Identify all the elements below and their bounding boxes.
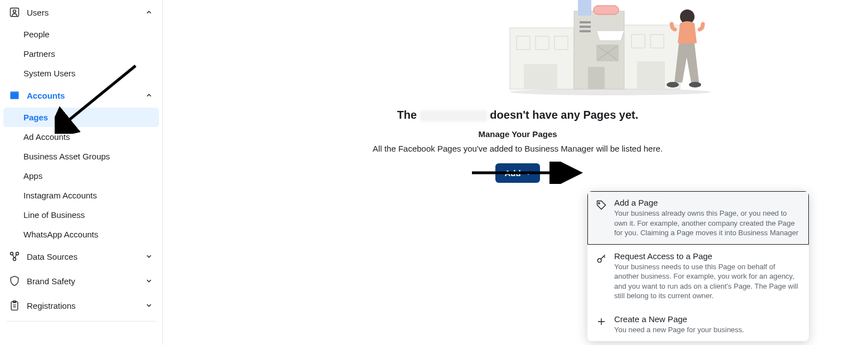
dropdown-item-add-page[interactable]: Add a Page Your business already owns th… bbox=[587, 191, 809, 245]
sidebar-item-apps[interactable]: Apps bbox=[0, 166, 162, 186]
svg-rect-18 bbox=[580, 21, 591, 23]
nav-label: Data Sources bbox=[27, 252, 143, 261]
nav-label: Brand Safety bbox=[27, 276, 143, 286]
storefront-illustration bbox=[504, 0, 716, 100]
sidebar-item-line-of-business[interactable]: Line of Business bbox=[0, 205, 162, 225]
nav-header-data-sources[interactable]: Data Sources bbox=[0, 244, 162, 269]
svg-rect-16 bbox=[578, 0, 591, 16]
svg-point-31 bbox=[597, 259, 601, 263]
dropdown-item-title: Create a New Page bbox=[614, 314, 800, 324]
svg-rect-2 bbox=[11, 93, 19, 99]
nav-section-data-sources: Data Sources bbox=[0, 244, 162, 269]
add-button[interactable]: Add bbox=[495, 163, 539, 183]
chevron-down-icon bbox=[143, 275, 155, 286]
nav-section-accounts: Accounts Pages Ad Accounts Business Asse… bbox=[0, 83, 162, 244]
nav-label: Users bbox=[27, 8, 143, 17]
nodes-icon bbox=[8, 250, 21, 263]
dropdown-item-title: Request Access to a Page bbox=[614, 251, 800, 261]
svg-point-9 bbox=[510, 89, 711, 95]
empty-state-description: All the Facebook Pages you've added to B… bbox=[167, 144, 868, 153]
tag-icon bbox=[595, 199, 607, 211]
svg-rect-14 bbox=[524, 64, 557, 89]
plus-icon bbox=[595, 315, 607, 328]
divider bbox=[7, 321, 156, 322]
nav-section-brand-safety: Brand Safety bbox=[0, 269, 162, 293]
svg-point-29 bbox=[689, 82, 701, 88]
dropdown-item-title: Add a Page bbox=[614, 198, 800, 207]
svg-rect-3 bbox=[11, 91, 19, 93]
nav-header-accounts[interactable]: Accounts bbox=[0, 83, 162, 108]
dropdown-item-desc: Your business already owns this Page, or… bbox=[614, 208, 800, 238]
chevron-up-icon bbox=[143, 90, 155, 101]
svg-rect-22 bbox=[588, 67, 605, 89]
svg-point-1 bbox=[13, 10, 16, 13]
nav-header-registrations[interactable]: Registrations bbox=[0, 293, 162, 318]
svg-rect-26 bbox=[637, 61, 665, 89]
nav-header-users[interactable]: Users bbox=[0, 0, 162, 25]
svg-rect-19 bbox=[580, 26, 591, 28]
nav-section-users: Users People Partners System Users bbox=[0, 0, 162, 83]
main-content: The doesn't have any Pages yet. Manage Y… bbox=[167, 0, 868, 345]
sidebar-item-pages[interactable]: Pages bbox=[3, 108, 159, 127]
sidebar-item-partners[interactable]: Partners bbox=[0, 44, 162, 64]
dropdown-item-desc: Your business needs to use this Page on … bbox=[614, 262, 800, 301]
empty-state-subheading: Manage Your Pages bbox=[167, 129, 868, 139]
svg-point-6 bbox=[13, 258, 16, 261]
sidebar: Users People Partners System Users Accou… bbox=[0, 0, 163, 345]
chevron-up-icon bbox=[143, 7, 155, 18]
svg-rect-0 bbox=[11, 8, 19, 17]
chevron-down-icon bbox=[143, 251, 155, 262]
dropdown-item-desc: You need a new Page for your business. bbox=[614, 325, 800, 335]
chevron-down-icon bbox=[143, 300, 155, 311]
heading-suffix: doesn't have any Pages yet. bbox=[490, 109, 638, 121]
clipboard-icon bbox=[8, 299, 21, 312]
sidebar-item-instagram-accounts[interactable]: Instagram Accounts bbox=[0, 186, 162, 205]
sidebar-item-ad-accounts[interactable]: Ad Accounts bbox=[0, 127, 162, 147]
nav-section-registrations: Registrations bbox=[0, 293, 162, 322]
sidebar-item-people[interactable]: People bbox=[0, 25, 162, 44]
key-icon bbox=[595, 252, 607, 265]
svg-rect-20 bbox=[580, 30, 591, 32]
add-button-label: Add bbox=[504, 168, 520, 178]
user-badge-icon bbox=[8, 6, 21, 19]
add-dropdown: Add a Page Your business already owns th… bbox=[587, 191, 809, 341]
dropdown-item-create-page[interactable]: Create a New Page You need a new Page fo… bbox=[587, 308, 809, 342]
nav-header-brand-safety[interactable]: Brand Safety bbox=[0, 269, 162, 293]
redacted-business-name bbox=[420, 110, 487, 122]
nav-label: Registrations bbox=[27, 301, 143, 310]
heading-prefix: The bbox=[397, 109, 420, 121]
svg-point-28 bbox=[667, 82, 679, 88]
sidebar-item-business-asset-groups[interactable]: Business Asset Groups bbox=[0, 147, 162, 166]
shield-icon bbox=[8, 274, 21, 288]
svg-point-30 bbox=[599, 202, 600, 204]
sidebar-item-whatsapp-accounts[interactable]: WhatsApp Accounts bbox=[0, 225, 162, 244]
empty-state-heading: The doesn't have any Pages yet. bbox=[167, 109, 868, 122]
caret-down-icon bbox=[525, 172, 531, 175]
svg-rect-17 bbox=[594, 6, 619, 14]
box-icon bbox=[8, 89, 21, 102]
sidebar-item-system-users[interactable]: System Users bbox=[0, 64, 162, 83]
nav-label: Accounts bbox=[27, 91, 143, 100]
dropdown-item-request-access[interactable]: Request Access to a Page Your business n… bbox=[587, 245, 809, 308]
empty-state: The doesn't have any Pages yet. Manage Y… bbox=[167, 109, 868, 183]
